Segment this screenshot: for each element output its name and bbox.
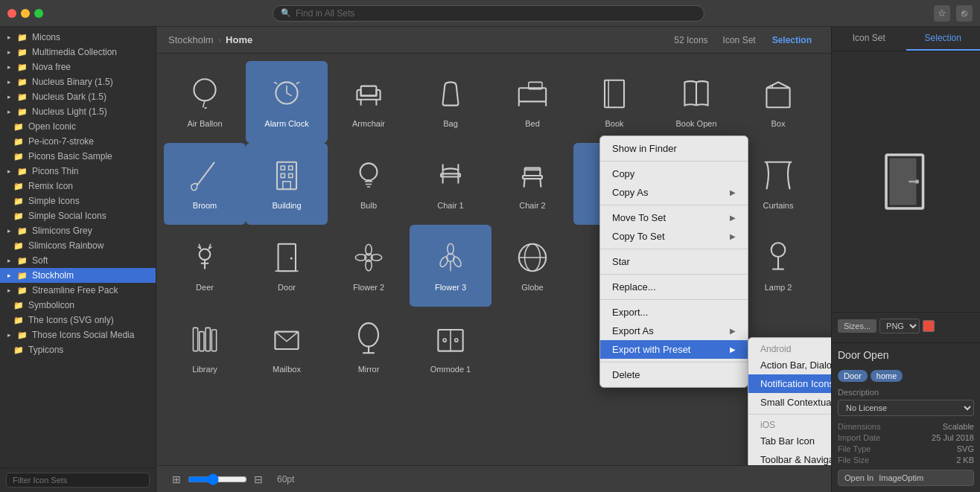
sidebar-item-13[interactable]: ▸ 📁 Slimicons Grey bbox=[0, 223, 156, 238]
ctx-show-in-finder[interactable]: Show in Finder bbox=[600, 139, 748, 158]
sizes-button[interactable]: Sizes... bbox=[838, 319, 876, 333]
open-in-button[interactable]: Open In ImageOptim bbox=[838, 470, 974, 486]
sidebar-item-7[interactable]: 📁 Pe-icon-7-stroke bbox=[0, 134, 156, 149]
sidebar-item-11[interactable]: 📁 Simple Icons bbox=[0, 194, 156, 208]
svg-rect-19 bbox=[283, 182, 290, 189]
star-button[interactable]: ☆ bbox=[934, 5, 950, 22]
share-button[interactable]: ⎋ bbox=[956, 5, 973, 22]
tab-selection[interactable]: Selection bbox=[765, 33, 819, 48]
icon-cell-6[interactable]: Book Open bbox=[655, 61, 737, 143]
icon-cell-10[interactable]: Bulb bbox=[328, 143, 410, 225]
svg-line-26 bbox=[540, 179, 541, 188]
submenu-tab-bar[interactable]: Tab Bar Icon bbox=[748, 432, 831, 450]
icon-cell-15[interactable]: Curtains bbox=[737, 143, 819, 225]
icon-cell-25[interactable]: Mailbox bbox=[246, 307, 328, 389]
sidebar-item-18[interactable]: 📁 Symbolicon bbox=[0, 298, 156, 313]
icon-cell-20[interactable]: Globe bbox=[491, 225, 573, 307]
icon-cell-8[interactable]: Broom bbox=[164, 143, 246, 225]
icon-cell-4[interactable]: Bed bbox=[491, 61, 573, 143]
tab-icon-set[interactable]: Icon Set bbox=[716, 33, 763, 48]
sidebar-item-8[interactable]: 📁 Picons Basic Sample bbox=[0, 149, 156, 164]
ctx-copy-to-set[interactable]: Copy To Set ▶ bbox=[600, 227, 748, 246]
ctx-export[interactable]: Export... bbox=[600, 303, 748, 322]
icon-cell-11[interactable]: Chair 1 bbox=[410, 143, 491, 225]
sidebar-item-21[interactable]: 📁 Typicons bbox=[0, 342, 156, 357]
ctx-star[interactable]: Star bbox=[600, 252, 748, 271]
sidebar-item-16[interactable]: ▸ 📁 Stockholm bbox=[0, 268, 156, 283]
icon-cell-17[interactable]: Door bbox=[246, 225, 328, 307]
icon-cell-9[interactable]: Building bbox=[246, 143, 328, 225]
ctx-copy[interactable]: Copy bbox=[600, 164, 748, 183]
sidebar-item-9[interactable]: ▸ 📁 Picons Thin bbox=[0, 164, 156, 179]
sidebar-item-4[interactable]: ▸ 📁 Nucleus Dark (1.5) bbox=[0, 89, 156, 104]
right-panel-controls: Sizes... PNG bbox=[832, 312, 980, 342]
icon-cell-12[interactable]: Chair 2 bbox=[491, 143, 573, 225]
submenu-action-bar[interactable]: Action Bar, Dialog & Tab Icons bbox=[748, 356, 831, 374]
icon-cell-26[interactable]: Mirror bbox=[328, 307, 410, 389]
icon-cell-24[interactable]: Library bbox=[164, 307, 246, 389]
ctx-copy-as[interactable]: Copy As ▶ bbox=[600, 183, 748, 202]
sidebar-item-12[interactable]: 📁 Simple Social Icons bbox=[0, 208, 156, 223]
maximize-button[interactable] bbox=[34, 9, 43, 18]
sidebar: ▸ 📁 Micons ▸ 📁 Multimedia Collection ▸ 📁… bbox=[0, 27, 156, 492]
ctx-export-preset[interactable]: Export with Preset ▶ Android Action Bar,… bbox=[600, 340, 748, 359]
tag-door[interactable]: Door bbox=[838, 370, 868, 382]
minimize-button[interactable] bbox=[21, 9, 30, 18]
grid-view-btn[interactable]: ⊞ bbox=[168, 471, 185, 488]
close-button[interactable] bbox=[7, 9, 16, 18]
sidebar-item-10[interactable]: 📁 Remix Icon bbox=[0, 179, 156, 194]
zoom-label: 60pt bbox=[277, 474, 294, 485]
license-select[interactable]: No License bbox=[838, 400, 974, 416]
right-tab-icon-set[interactable]: Icon Set bbox=[832, 27, 906, 51]
submenu-small-contextual[interactable]: Small Contextual Icons bbox=[748, 393, 831, 412]
icon-img-23 bbox=[759, 238, 798, 277]
breadcrumb-parent[interactable]: Stockholm bbox=[168, 34, 214, 45]
sidebar-item-15[interactable]: ▸ 📁 Soft bbox=[0, 253, 156, 268]
icon-img-12 bbox=[513, 156, 552, 195]
sidebar-item-19[interactable]: 📁 The Icons (SVG only) bbox=[0, 313, 156, 328]
icon-img-27 bbox=[431, 320, 470, 359]
sidebar-item-3[interactable]: ▸ 📁 Nucleus Binary (1.5) bbox=[0, 74, 156, 89]
icon-cell-7[interactable]: Box bbox=[737, 61, 819, 143]
folder-icon: 📁 bbox=[17, 92, 28, 102]
icon-img-0 bbox=[185, 74, 224, 113]
sidebar-item-2[interactable]: ▸ 📁 Nova free bbox=[0, 60, 156, 74]
ctx-replace[interactable]: Replace... bbox=[600, 278, 748, 296]
submenu-notification-icons[interactable]: Notification Icons bbox=[748, 374, 831, 393]
icon-cell-19[interactable]: Flower 3 bbox=[410, 225, 491, 307]
icon-img-6 bbox=[677, 74, 716, 113]
sidebar-item-6[interactable]: 📁 Open Iconic bbox=[0, 119, 156, 134]
folder-arrow: ▸ bbox=[7, 331, 11, 339]
submenu-toolbar-nav[interactable]: Toolbar & Navigation Icons bbox=[748, 450, 831, 465]
sidebar-item-14[interactable]: 📁 Slimicons Rainbow bbox=[0, 238, 156, 253]
ctx-delete[interactable]: Delete bbox=[600, 365, 748, 384]
icon-img-24 bbox=[185, 320, 224, 359]
sidebar-item-0[interactable]: ▸ 📁 Micons bbox=[0, 30, 156, 45]
icon-cell-2[interactable]: Armchair bbox=[328, 61, 410, 143]
icon-label-16: Deer bbox=[196, 283, 214, 293]
icon-cell-5[interactable]: Book bbox=[573, 61, 655, 143]
color-swatch[interactable] bbox=[923, 320, 935, 332]
ctx-export-as[interactable]: Export As ▶ bbox=[600, 322, 748, 340]
icon-cell-18[interactable]: Flower 2 bbox=[328, 225, 410, 307]
icon-cell-27[interactable]: Ommode 1 bbox=[410, 307, 491, 389]
icon-cell-3[interactable]: Bag bbox=[410, 61, 491, 143]
format-select[interactable]: PNG bbox=[879, 319, 920, 333]
zoom-slider[interactable] bbox=[188, 471, 247, 488]
tag-home[interactable]: home bbox=[871, 370, 903, 382]
right-tab-selection[interactable]: Selection bbox=[906, 27, 981, 51]
icon-cell-0[interactable]: Air Ballon bbox=[164, 61, 246, 143]
icon-cell-1[interactable]: Alarm Clock bbox=[246, 61, 328, 143]
search-bar[interactable]: 🔍 Find in All Sets bbox=[273, 5, 704, 22]
folder-icon: 📁 bbox=[13, 152, 24, 162]
folder-arrow: ▸ bbox=[7, 287, 11, 294]
ctx-move-to-set[interactable]: Move To Set ▶ bbox=[600, 208, 748, 227]
filter-input[interactable] bbox=[6, 473, 150, 488]
sidebar-item-5[interactable]: ▸ 📁 Nucleus Light (1.5) bbox=[0, 104, 156, 119]
list-view-btn[interactable]: ⊟ bbox=[250, 471, 267, 488]
icon-cell-16[interactable]: Deer bbox=[164, 225, 246, 307]
icon-cell-23[interactable]: Lamp 2 bbox=[737, 225, 819, 307]
sidebar-item-20[interactable]: ▸ 📁 Those Icons Social Media bbox=[0, 328, 156, 342]
sidebar-item-1[interactable]: ▸ 📁 Multimedia Collection bbox=[0, 45, 156, 60]
sidebar-item-17[interactable]: ▸ 📁 Streamline Free Pack bbox=[0, 283, 156, 298]
